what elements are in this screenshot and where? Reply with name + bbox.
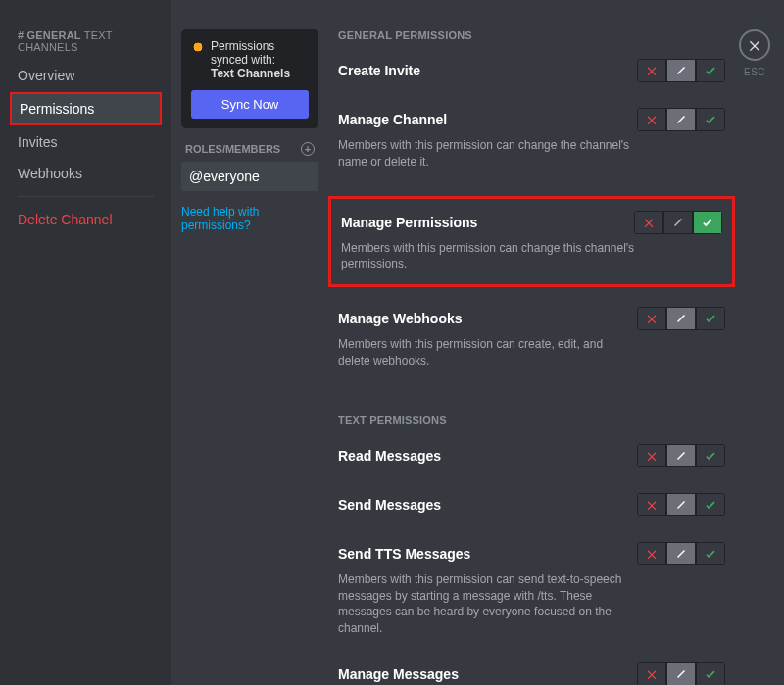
perm-desc: Members with this permission can send te… xyxy=(338,571,632,637)
role-item-everyone[interactable]: @everyone xyxy=(181,162,318,191)
close-label: ESC xyxy=(744,67,765,77)
perm-toggle xyxy=(637,307,725,330)
warning-icon xyxy=(191,40,205,54)
sync-box: Permissions synced with: Text Channels S… xyxy=(181,29,318,128)
sidebar-header: # GENERAL TEXT CHANNELS xyxy=(10,29,162,61)
toggle-deny[interactable] xyxy=(637,307,666,330)
perm-desc: Members with this permission can change … xyxy=(341,240,635,273)
toggle-allow[interactable] xyxy=(696,59,725,82)
perm-toggle xyxy=(634,211,722,234)
sidebar-item-webhooks[interactable]: Webhooks xyxy=(10,159,162,188)
perm-toggle xyxy=(637,662,725,685)
perm-label: Read Messages xyxy=(338,448,441,464)
sync-text: Permissions synced with: Text Channels xyxy=(211,39,309,80)
section-title-text: TEXT PERMISSIONS xyxy=(338,415,725,426)
sidebar-item-delete-channel[interactable]: Delete Channel xyxy=(10,205,162,234)
help-link[interactable]: Need help with permissions? xyxy=(181,205,318,232)
perm-label: Send Messages xyxy=(338,497,441,513)
toggle-deny[interactable] xyxy=(637,662,666,685)
section-title-general: GENERAL PERMISSIONS xyxy=(338,29,725,41)
close-button[interactable] xyxy=(739,29,770,61)
toggle-deny[interactable] xyxy=(637,493,666,516)
add-role-icon[interactable]: + xyxy=(301,142,315,156)
toggle-allow[interactable] xyxy=(696,108,725,131)
toggle-deny[interactable] xyxy=(637,444,666,467)
toggle-neutral[interactable] xyxy=(663,211,693,234)
perm-manage-permissions: Manage Permissions Members with this per… xyxy=(341,211,722,273)
sidebar-item-invites[interactable]: Invites xyxy=(10,127,162,157)
perm-toggle xyxy=(637,444,725,467)
perm-label: Manage Messages xyxy=(338,666,459,682)
perm-toggle xyxy=(637,542,725,565)
perm-toggle xyxy=(637,108,725,131)
toggle-allow[interactable] xyxy=(693,211,722,234)
toggle-deny[interactable] xyxy=(637,59,666,82)
toggle-neutral[interactable] xyxy=(666,307,696,330)
perm-desc: Members with this permission can create,… xyxy=(338,336,632,369)
perm-label: Manage Webhooks xyxy=(338,311,463,326)
perm-toggle xyxy=(637,59,725,82)
main-panel: ESC GENERAL PERMISSIONS Create Invite Ma… xyxy=(328,0,784,685)
toggle-allow[interactable] xyxy=(696,493,725,516)
perm-label: Send TTS Messages xyxy=(338,546,470,562)
toggle-neutral[interactable] xyxy=(666,59,696,82)
toggle-neutral[interactable] xyxy=(666,662,696,685)
perm-send-messages: Send Messages xyxy=(338,493,725,516)
perm-read-messages: Read Messages xyxy=(338,444,725,467)
toggle-allow[interactable] xyxy=(696,542,725,565)
perm-label: Create Invite xyxy=(338,63,420,78)
toggle-allow[interactable] xyxy=(696,662,725,685)
close-icon xyxy=(747,37,762,53)
toggle-neutral[interactable] xyxy=(666,444,696,467)
perm-label: Manage Permissions xyxy=(341,215,477,230)
perm-manage-messages: Manage Messages Members with this permis… xyxy=(338,662,725,685)
roles-header: ROLES/MEMBERS + xyxy=(181,142,318,162)
divider xyxy=(18,196,154,197)
roles-column: Permissions synced with: Text Channels S… xyxy=(172,0,328,685)
perm-create-invite: Create Invite xyxy=(338,59,725,82)
toggle-deny[interactable] xyxy=(637,542,666,565)
sync-now-button[interactable]: Sync Now xyxy=(191,90,309,119)
perm-send-tts-messages: Send TTS Messages Members with this perm… xyxy=(338,542,725,637)
perm-label: Manage Channel xyxy=(338,112,447,127)
toggle-neutral[interactable] xyxy=(666,108,696,131)
perm-manage-channel: Manage Channel Members with this permiss… xyxy=(338,108,725,171)
perm-manage-webhooks: Manage Webhooks Members with this permis… xyxy=(338,307,725,369)
highlight-box: Manage Permissions Members with this per… xyxy=(328,196,735,288)
toggle-neutral[interactable] xyxy=(666,493,696,516)
perm-toggle xyxy=(637,493,725,516)
toggle-neutral[interactable] xyxy=(666,542,696,565)
sidebar-item-overview[interactable]: Overview xyxy=(10,61,162,90)
toggle-deny[interactable] xyxy=(637,108,666,131)
sidebar-item-permissions[interactable]: Permissions xyxy=(10,92,162,125)
toggle-allow[interactable] xyxy=(696,444,725,467)
perm-desc: Members with this permission can change … xyxy=(338,137,632,171)
sidebar: # GENERAL TEXT CHANNELS Overview Permiss… xyxy=(0,0,172,685)
toggle-allow[interactable] xyxy=(696,307,725,330)
toggle-deny[interactable] xyxy=(634,211,663,234)
